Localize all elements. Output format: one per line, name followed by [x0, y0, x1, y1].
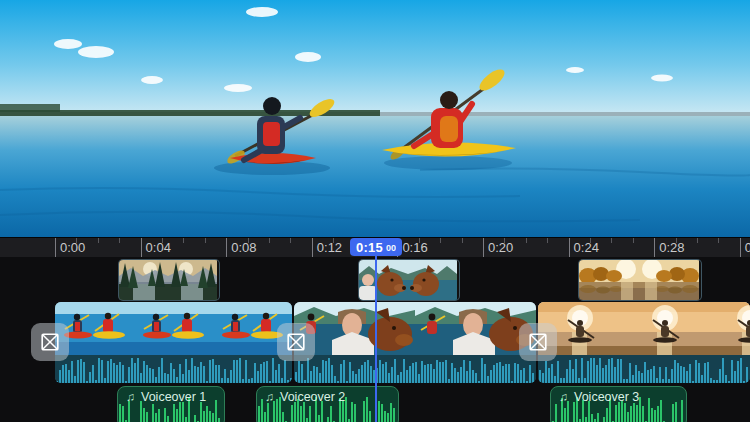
- ruler-tick-minor: [269, 238, 270, 243]
- voiceover-clip-3[interactable]: ♫ Voiceover 3: [550, 386, 687, 422]
- ruler-tick-minor: [183, 238, 184, 243]
- transition-badge[interactable]: [31, 323, 69, 361]
- playhead-badge[interactable]: 0:15 00: [350, 238, 402, 256]
- overlay-clip-dog[interactable]: [358, 259, 460, 301]
- ruler-tick-minor: [676, 238, 677, 243]
- ruler-time-label: 0:32: [745, 239, 750, 257]
- ruler-time-label: 0:28: [659, 239, 684, 257]
- ruler-time-label: 0:24: [574, 239, 599, 257]
- ruler-tick-minor: [333, 238, 334, 243]
- music-note-icon: ♫: [265, 391, 274, 403]
- ruler-tick-major: [740, 238, 741, 257]
- ruler-tick-minor: [162, 238, 163, 243]
- overlay-clip-autumn-lake[interactable]: [578, 259, 702, 301]
- video-preview: [0, 0, 750, 238]
- dog-thumbnail: [359, 260, 408, 300]
- music-note-icon: ♫: [559, 391, 568, 403]
- voiceover-label: ♫ Voiceover 3: [559, 390, 639, 404]
- ruler-tick-minor: [526, 238, 527, 243]
- transition-badge[interactable]: [519, 323, 557, 361]
- clip-thumbnails: [55, 302, 292, 355]
- overlay-clip-forest[interactable]: [118, 259, 220, 301]
- ruler-tick-minor: [419, 238, 420, 243]
- ruler-tick-major: [483, 238, 484, 257]
- voiceover-title: Voiceover 2: [280, 390, 345, 404]
- ruler-tick-minor: [633, 238, 634, 243]
- ruler-tick-major: [312, 238, 313, 257]
- forest-thumbnail: [168, 260, 217, 300]
- video-clip-sunset-kayak[interactable]: [538, 302, 750, 383]
- ruler-time-label: 0:20: [488, 239, 513, 257]
- ruler-time-label: 0:04: [146, 239, 171, 257]
- ruler-tick-minor: [504, 238, 505, 243]
- ruler-tick-minor: [98, 238, 99, 243]
- ruler-tick-minor: [440, 238, 441, 243]
- clip-thumbnails: [294, 302, 536, 355]
- audio-waveform: [294, 355, 536, 383]
- video-editor-timeline: 0:000:040:080:120:160:200:240:280:32: [0, 0, 750, 422]
- ruler-tick-minor: [462, 238, 463, 243]
- ruler-tick-minor: [76, 238, 77, 243]
- ruler-tick-minor: [590, 238, 591, 243]
- ruler-time-label: 0:12: [317, 239, 342, 257]
- playhead-line[interactable]: [375, 256, 377, 422]
- cross-dissolve-icon: [39, 331, 61, 353]
- ruler-tick-major: [55, 238, 56, 257]
- video-clip-kayaking[interactable]: [55, 302, 292, 383]
- voiceover-title: Voiceover 1: [141, 390, 206, 404]
- audio-waveform: [55, 355, 292, 383]
- voiceover-label: ♫ Voiceover 1: [126, 390, 206, 404]
- playhead-time: 0:15: [356, 240, 383, 255]
- autumn-lake-thumbnail: [639, 260, 699, 300]
- ruler-time-label: 0:00: [60, 239, 85, 257]
- voiceover-clip-2[interactable]: ♫ Voiceover 2: [256, 386, 399, 422]
- ruler-tick-minor: [611, 238, 612, 243]
- video-clip-woman-with-dog[interactable]: [294, 302, 536, 383]
- ruler-tick-minor: [547, 238, 548, 243]
- ruler-time-label: 0:16: [402, 239, 427, 257]
- voiceover-label: ♫ Voiceover 2: [265, 390, 345, 404]
- transition-badge[interactable]: [277, 323, 315, 361]
- ruler-tick-minor: [290, 238, 291, 243]
- music-note-icon: ♫: [126, 391, 135, 403]
- ruler-tick-minor: [718, 238, 719, 243]
- ruler-tick-major: [141, 238, 142, 257]
- ruler-tick-minor: [205, 238, 206, 243]
- preview-scene-kayakers: [0, 0, 750, 238]
- ruler-tick-major: [654, 238, 655, 257]
- ruler-tick-major: [569, 238, 570, 257]
- voiceover-clip-1[interactable]: ♫ Voiceover 1: [117, 386, 225, 422]
- ruler-tick-minor: [697, 238, 698, 243]
- dog-thumbnail: [408, 260, 457, 300]
- cross-dissolve-icon: [285, 331, 307, 353]
- ruler-tick-major: [226, 238, 227, 257]
- ruler-time-label: 0:08: [231, 239, 256, 257]
- playhead-frames: 00: [386, 241, 396, 253]
- audio-waveform: [538, 355, 750, 383]
- voiceover-title: Voiceover 3: [574, 390, 639, 404]
- ruler-tick-minor: [119, 238, 120, 243]
- clip-thumbnails: [538, 302, 750, 355]
- forest-thumbnail: [119, 260, 168, 300]
- cross-dissolve-icon: [527, 331, 549, 353]
- autumn-lake-thumbnail: [579, 260, 639, 300]
- ruler-tick-minor: [248, 238, 249, 243]
